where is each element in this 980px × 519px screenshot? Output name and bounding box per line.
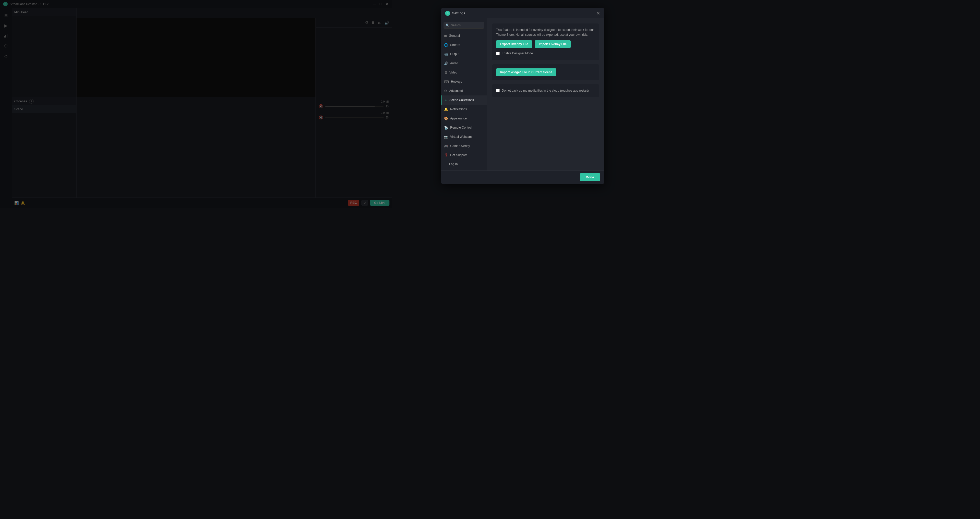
app-window: S Streamlabs Desktop - 1.11.2 ─ □ ✕ ⊞ ▶: [0, 0, 392, 208]
modal-overlay: S Settings ✕ 🔍: [0, 0, 392, 208]
